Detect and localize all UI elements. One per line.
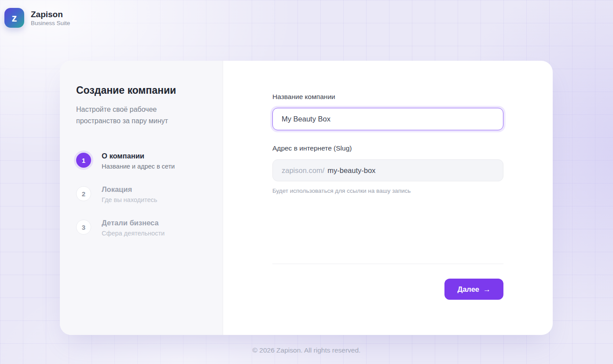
slug-field: Адрес в интернете (Slug) zapison.com/ Бу…: [272, 144, 503, 194]
slug-prefix: zapison.com/: [282, 166, 324, 175]
slug-input[interactable]: [327, 166, 494, 175]
step-title: О компании: [102, 152, 175, 160]
step-item-business-details: 3 Детали бизнеса Сфера деятельности: [76, 219, 205, 237]
step-title: Детали бизнеса: [102, 219, 165, 227]
brand-text: Zapison Business Suite: [31, 9, 70, 26]
footer-copyright: © 2026 Zapison. All rights reserved.: [0, 346, 613, 354]
wizard-subtitle: Настройте своё рабочее пространство за п…: [76, 104, 180, 126]
slug-label: Адрес в интернете (Slug): [272, 144, 503, 152]
form-divider: [272, 264, 503, 264]
step-number-badge: 1: [76, 153, 91, 168]
brand: z Zapison Business Suite: [4, 8, 70, 28]
step-title: Локация: [102, 185, 157, 194]
slug-hint: Будет использоваться для ссылки на вашу …: [272, 188, 503, 194]
wizard-form-panel: Название компании Адрес в интернете (Slu…: [223, 61, 553, 335]
step-description: Где вы находитесь: [102, 196, 157, 203]
next-button-label: Далее: [457, 285, 479, 294]
wizard-stepper: 1 О компании Название и адрес в сети 2 Л…: [76, 152, 205, 237]
step-item-about: 1 О компании Название и адрес в сети: [76, 152, 205, 170]
step-text: О компании Название и адрес в сети: [102, 152, 175, 170]
form-actions: Далее →: [272, 279, 503, 300]
brand-subtitle: Business Suite: [31, 20, 70, 26]
step-text: Локация Где вы находитесь: [102, 185, 157, 203]
arrow-right-icon: →: [483, 286, 491, 293]
slug-input-group[interactable]: zapison.com/: [272, 159, 503, 181]
step-text: Детали бизнеса Сфера деятельности: [102, 219, 165, 237]
wizard-title: Создание компании: [76, 85, 205, 96]
company-name-label: Название компании: [272, 93, 503, 101]
step-item-location: 2 Локация Где вы находитесь: [76, 185, 205, 203]
step-description: Название и адрес в сети: [102, 163, 175, 170]
next-button[interactable]: Далее →: [444, 279, 503, 300]
brand-logo-icon: z: [4, 8, 24, 28]
company-name-field: Название компании: [272, 93, 503, 130]
step-number-badge: 2: [76, 186, 91, 201]
step-description: Сфера деятельности: [102, 230, 165, 237]
onboarding-card: Создание компании Настройте своё рабочее…: [60, 61, 553, 335]
wizard-sidebar: Создание компании Настройте своё рабочее…: [60, 61, 223, 335]
company-name-input[interactable]: [272, 108, 503, 130]
step-number-badge: 3: [76, 220, 91, 235]
brand-name: Zapison: [31, 9, 70, 20]
